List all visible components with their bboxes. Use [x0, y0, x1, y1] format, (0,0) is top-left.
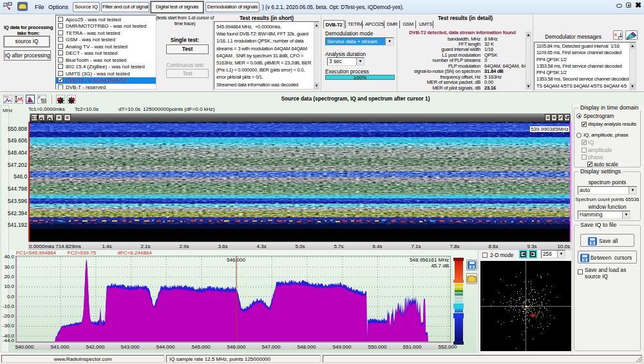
svg-text:TRX: TRX [4, 95, 9, 99]
svg-text:a: a [614, 32, 617, 37]
svg-text:z: z [618, 35, 620, 39]
